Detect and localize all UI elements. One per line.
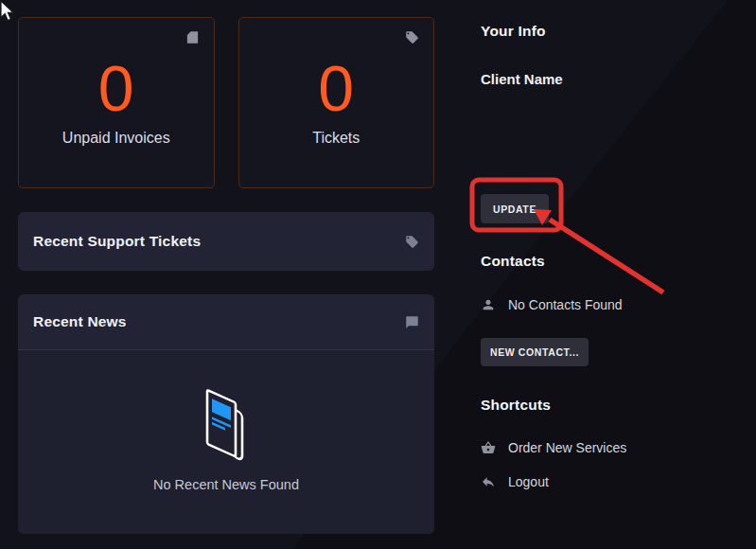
sidebar: Your Info Client Name UPDATE Contacts No…: [481, 23, 747, 489]
recent-support-tickets-title: Recent Support Tickets: [33, 233, 201, 250]
no-news-text: No Recent News Found: [153, 477, 299, 492]
tickets-card[interactable]: 0 Tickets: [238, 17, 435, 188]
person-icon: [481, 297, 496, 312]
tag-icon: [405, 235, 419, 249]
mouse-cursor: [0, 0, 19, 23]
unpaid-invoices-label: Unpaid Invoices: [19, 130, 214, 147]
basket-icon: [481, 440, 496, 455]
recent-news-panel: Recent News: [18, 294, 434, 534]
file-icon: [185, 30, 200, 44]
logout-label: Logout: [508, 474, 549, 489]
order-new-services-link[interactable]: Order New Services: [481, 440, 747, 455]
no-contacts-row: No Contacts Found: [481, 297, 747, 312]
client-name: Client Name: [481, 71, 747, 87]
shortcuts-heading: Shortcuts: [481, 397, 747, 414]
tag-icon: [405, 30, 419, 44]
recent-support-tickets-header: Recent Support Tickets: [18, 212, 434, 271]
reply-icon: [481, 474, 496, 489]
tickets-label: Tickets: [239, 130, 434, 147]
recent-news-title: Recent News: [33, 313, 127, 330]
unpaid-invoices-card[interactable]: 0 Unpaid Invoices: [18, 17, 215, 188]
no-contacts-text: No Contacts Found: [508, 297, 623, 312]
order-new-services-label: Order New Services: [508, 440, 626, 455]
update-button[interactable]: UPDATE: [481, 194, 549, 223]
chat-icon: [405, 315, 419, 329]
main-column: 0 Unpaid Invoices 0 Tickets Recent Suppo…: [18, 17, 434, 534]
logout-link[interactable]: Logout: [481, 474, 747, 489]
stat-cards-row: 0 Unpaid Invoices 0 Tickets: [18, 17, 434, 188]
recent-news-header: Recent News: [18, 294, 434, 350]
contacts-heading: Contacts: [481, 253, 747, 270]
new-contact-button[interactable]: NEW CONTACT...: [481, 338, 589, 366]
recent-support-tickets-panel: Recent Support Tickets: [18, 212, 434, 271]
newspaper-illustration: [196, 384, 256, 468]
recent-news-body: No Recent News Found: [18, 350, 434, 534]
your-info-heading: Your Info: [481, 23, 747, 40]
